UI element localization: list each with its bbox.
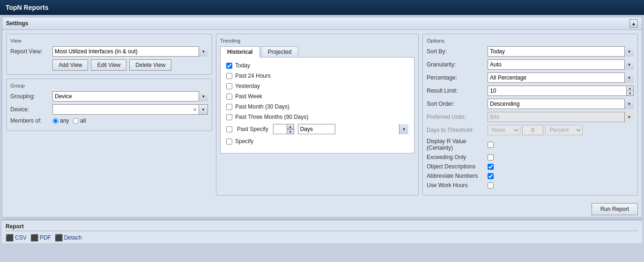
report-section: Report ⬛ CSV ⬛ PDF ⬛ Detach <box>2 219 642 243</box>
run-report-row: Run Report <box>2 199 642 217</box>
display-r-checkbox-wrap[interactable] <box>488 142 494 148</box>
exceeding-only-checkbox[interactable] <box>488 154 494 160</box>
device-input[interactable] <box>53 106 191 113</box>
work-hours-checkbox-wrap[interactable] <box>488 182 494 189</box>
device-label: Device: <box>10 106 52 113</box>
grouping-row: Grouping: DeviceInterfaceApplication ▼ <box>10 91 208 102</box>
settings-body: View Report View: Most Utilized Interfac… <box>2 30 642 199</box>
exceeding-only-row: Exceeding Only <box>427 154 634 160</box>
preferred-units-label: Preferred Units: <box>427 114 488 120</box>
report-view-row: Report View: Most Utilized Interfaces (i… <box>10 46 208 57</box>
past24-label: Past 24 Hours <box>235 73 271 79</box>
today-checkbox[interactable] <box>226 63 232 69</box>
device-input-wrap[interactable]: ✕ ▼ <box>52 104 208 115</box>
specify-checkbox-row: Specify <box>226 138 408 145</box>
collapse-icon: ▲ <box>631 21 636 26</box>
sort-order-row: Sort Order: DescendingAscending ▼ <box>427 99 634 109</box>
result-limit-spinners: ▲ ▼ <box>626 86 634 96</box>
past24-checkbox[interactable] <box>226 73 232 79</box>
all-radio[interactable] <box>73 118 79 124</box>
device-dropdown-button[interactable]: ▼ <box>199 105 207 114</box>
past-specify-unit-wrap[interactable]: DaysWeeksMonths ▼ <box>298 124 408 134</box>
granularity-select-wrap[interactable]: Auto1 Hour1 Day ▼ <box>488 59 634 70</box>
yesterday-checkbox-row: Yesterday <box>226 83 408 89</box>
options-section: Options Sort By: TodayYesterdayPast Week… <box>422 34 638 196</box>
title-bar: TopN Reports <box>0 0 644 15</box>
today-checkbox-row: Today <box>226 62 408 69</box>
members-label: Members of: <box>10 117 52 124</box>
specify-checkbox[interactable] <box>226 138 232 145</box>
pastmonth-label: Past Month (30 Days) <box>235 103 289 110</box>
collapse-button[interactable]: ▲ <box>629 19 638 28</box>
sort-order-select-wrap[interactable]: DescendingAscending ▼ <box>488 99 634 109</box>
abbreviate-row: Abbreviate Numbers <box>427 173 634 179</box>
sort-order-select[interactable]: DescendingAscending <box>488 99 634 109</box>
past3months-checkbox[interactable] <box>226 114 232 120</box>
view-buttons-row: Add View Edit View Delete View <box>52 59 208 71</box>
any-radio[interactable] <box>52 118 59 124</box>
add-view-button[interactable]: Add View <box>52 59 88 71</box>
result-limit-up[interactable]: ▲ <box>627 86 633 91</box>
result-limit-down[interactable]: ▼ <box>627 91 633 96</box>
detach-button[interactable]: ⬛ Detach <box>55 234 82 241</box>
past-specify-row: Past Specify ▲ ▼ DaysWeeksMonths ▼ <box>226 124 408 134</box>
pdf-icon: ⬛ <box>30 234 38 241</box>
past3months-checkbox-row: Past Three Months (90 Days) <box>226 114 408 120</box>
pastweek-checkbox[interactable] <box>226 94 232 100</box>
result-limit-input[interactable] <box>488 86 626 96</box>
settings-header: Settings ▲ <box>2 17 642 30</box>
exceeding-only-checkbox-wrap[interactable] <box>488 154 494 160</box>
past-specify-down-button[interactable]: ▼ <box>287 129 294 134</box>
result-limit-row: Result Limit: ▲ ▼ <box>427 86 634 96</box>
preferred-units-select: BitsBytes <box>488 112 634 122</box>
yesterday-checkbox[interactable] <box>226 83 232 89</box>
days-threshold-num <box>522 125 543 135</box>
view-group-container: View Report View: Most Utilized Interfac… <box>6 34 212 196</box>
detach-label: Detach <box>64 234 82 241</box>
percentage-select[interactable]: All PercentageIn OnlyOut Only <box>488 73 634 83</box>
trending-title: Trending <box>220 38 415 44</box>
pdf-button[interactable]: ⬛ PDF <box>30 234 51 241</box>
pastweek-checkbox-row: Past Week <box>226 93 408 100</box>
days-threshold-controls: None306090 Percent <box>488 125 583 135</box>
report-view-select-wrap[interactable]: Most Utilized Interfaces (in & out)Top T… <box>52 46 208 57</box>
settings-panel: Settings ▲ View Report View: Most Utiliz… <box>2 17 642 218</box>
work-hours-label: Use Work Hours <box>427 182 488 189</box>
any-radio-label[interactable]: any <box>52 117 69 124</box>
edit-view-button[interactable]: Edit View <box>91 59 126 71</box>
work-hours-checkbox[interactable] <box>488 182 494 189</box>
past-specify-unit-select[interactable]: DaysWeeksMonths <box>298 124 335 134</box>
sort-by-select[interactable]: TodayYesterdayPast Week <box>488 46 634 57</box>
report-view-select[interactable]: Most Utilized Interfaces (in & out)Top T… <box>52 46 208 57</box>
display-r-checkbox[interactable] <box>488 142 494 148</box>
past-specify-checkbox[interactable] <box>226 126 232 132</box>
granularity-select[interactable]: Auto1 Hour1 Day <box>488 59 634 70</box>
percentage-select-wrap[interactable]: All PercentageIn OnlyOut Only ▼ <box>488 73 634 83</box>
report-toolbar: ⬛ CSV ⬛ PDF ⬛ Detach <box>6 234 638 241</box>
days-select-arrow: ▼ <box>399 124 408 134</box>
abbreviate-checkbox-wrap[interactable] <box>488 173 494 179</box>
display-r-value-row: Display R Value (Certainty) <box>427 138 634 151</box>
past-specify-up-button[interactable]: ▲ <box>287 124 294 129</box>
grouping-select-wrap[interactable]: DeviceInterfaceApplication ▼ <box>52 91 208 102</box>
pastweek-label: Past Week <box>235 93 262 100</box>
result-limit-wrap: ▲ ▼ <box>488 86 634 96</box>
days-threshold-row: Days to Threshold: None306090 Percent <box>427 125 634 135</box>
abbreviate-checkbox[interactable] <box>488 173 494 179</box>
sort-by-label: Sort By: <box>427 48 488 55</box>
members-radios: any all <box>52 117 86 124</box>
all-radio-label[interactable]: all <box>73 117 86 124</box>
sort-by-select-wrap[interactable]: TodayYesterdayPast Week ▼ <box>488 46 634 57</box>
delete-view-button[interactable]: Delete View <box>129 59 171 71</box>
run-report-button[interactable]: Run Report <box>592 203 638 215</box>
tab-historical[interactable]: Historical <box>220 46 260 58</box>
object-desc-checkbox-wrap[interactable] <box>488 164 494 170</box>
object-desc-checkbox[interactable] <box>488 164 494 170</box>
pastmonth-checkbox[interactable] <box>226 104 232 110</box>
device-clear-button[interactable]: ✕ <box>191 105 199 114</box>
specify-label: Specify <box>235 138 253 145</box>
tab-projected[interactable]: Projected <box>261 46 299 57</box>
all-label: all <box>80 117 86 124</box>
csv-button[interactable]: ⬛ CSV <box>6 234 27 241</box>
grouping-select[interactable]: DeviceInterfaceApplication <box>52 91 208 102</box>
